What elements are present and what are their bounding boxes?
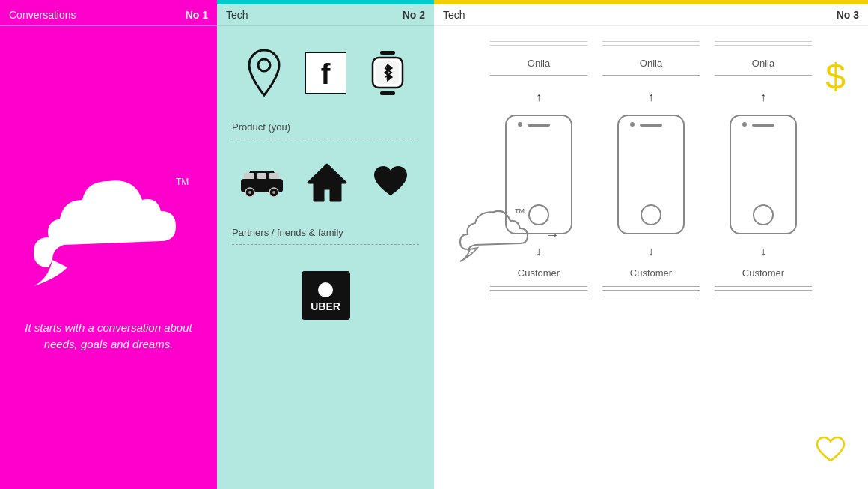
car-icon bbox=[239, 168, 284, 198]
svg-point-16 bbox=[248, 191, 251, 194]
col-3: Onlia ↑ ↓ Customer bbox=[715, 58, 812, 294]
svg-text:TM: TM bbox=[515, 207, 525, 215]
col-2: Onlia ↑ ↓ Customer bbox=[602, 58, 700, 294]
panel2-header: Tech No 2 bbox=[217, 4, 434, 26]
col3-phone bbox=[730, 115, 797, 234]
svg-text:TM: TM bbox=[176, 177, 189, 187]
smartwatch-icon bbox=[369, 49, 406, 97]
dollar-sign: $ bbox=[825, 56, 846, 97]
heart-yellow-icon bbox=[816, 437, 846, 467]
svg-rect-4 bbox=[380, 51, 395, 55]
panel2-middle-icons bbox=[217, 154, 434, 218]
panel1-header: Conversations No 1 bbox=[0, 4, 217, 26]
panel2-section-product: Product (you) bbox=[217, 112, 434, 154]
panel2-section-partners: Partners / friends & family bbox=[217, 218, 434, 260]
heart-icon bbox=[370, 164, 412, 201]
panel2-top-icons: f bbox=[217, 26, 434, 112]
panel-tech-2: Tech No 2 f bbox=[217, 4, 434, 489]
cloud-arrow-area: TM → bbox=[456, 204, 560, 264]
svg-text:f: f bbox=[320, 58, 330, 90]
speech-cloud-icon: TM bbox=[26, 163, 191, 297]
panel-conversations: Conversations No 1 TM It starts with a c… bbox=[0, 4, 217, 489]
svg-text:UBER: UBER bbox=[311, 300, 340, 312]
phone-camera-3 bbox=[742, 122, 747, 127]
panel2-title: Tech bbox=[226, 9, 248, 21]
phone-camera-2 bbox=[630, 122, 635, 127]
col2-arrow-up: ↑ bbox=[648, 91, 654, 104]
col3-arrow-down: ↓ bbox=[760, 245, 766, 258]
svg-rect-11 bbox=[244, 173, 254, 179]
svg-rect-13 bbox=[269, 173, 279, 179]
cloud-arrow-icon: TM bbox=[456, 204, 539, 264]
svg-rect-12 bbox=[257, 173, 266, 179]
col3-customer: Customer bbox=[742, 267, 784, 279]
col1-customer: Customer bbox=[518, 267, 560, 279]
panel1-title: Conversations bbox=[9, 9, 76, 21]
panel3-title: Tech bbox=[443, 9, 465, 21]
svg-point-17 bbox=[272, 191, 275, 194]
top-lines-group bbox=[456, 41, 846, 46]
col3-arrow-up: ↑ bbox=[760, 91, 766, 104]
panel3-number: No 3 bbox=[837, 9, 859, 21]
panel-tech-3: Tech No 3 $ Onlia ↑ bbox=[434, 4, 868, 489]
section-divider-2 bbox=[232, 244, 419, 245]
col2-label: Onlia bbox=[640, 58, 662, 69]
panel1-number: No 1 bbox=[186, 9, 208, 21]
col2-arrow-down: ↓ bbox=[648, 245, 654, 258]
location-pin-icon bbox=[245, 49, 283, 97]
phone-button-3 bbox=[753, 204, 774, 225]
phone-speaker-3 bbox=[752, 124, 774, 127]
panel1-body: TM It starts with a conversation about n… bbox=[0, 26, 217, 489]
uber-icon: UBER bbox=[302, 271, 350, 320]
col1-label: Onlia bbox=[528, 58, 550, 69]
col2-phone bbox=[617, 115, 685, 234]
section-label-partners: Partners / friends & family bbox=[232, 227, 419, 238]
col2-customer: Customer bbox=[630, 267, 672, 279]
panel1-body-text: It starts with a conversation about need… bbox=[15, 320, 202, 353]
facebook-icon: f bbox=[305, 52, 346, 94]
col1-arrow-up: ↑ bbox=[536, 91, 542, 104]
panel2-number: No 2 bbox=[403, 9, 425, 21]
panel3-body: $ Onlia ↑ ↓ bbox=[434, 26, 868, 489]
phone-speaker-2 bbox=[640, 124, 662, 127]
svg-rect-5 bbox=[380, 91, 395, 95]
phone-speaker-1 bbox=[528, 124, 550, 127]
svg-point-1 bbox=[258, 59, 270, 71]
content-area: Conversations No 1 TM It starts with a c… bbox=[0, 4, 868, 489]
col3-label: Onlia bbox=[752, 58, 774, 69]
right-arrow-icon: → bbox=[545, 226, 560, 243]
panel3-header: Tech No 3 bbox=[434, 4, 868, 26]
phone-camera-1 bbox=[518, 122, 522, 127]
section-label-product: Product (you) bbox=[232, 121, 419, 133]
phone-button-2 bbox=[641, 204, 661, 225]
panel2-bottom-icons: UBER bbox=[217, 260, 434, 331]
house-icon bbox=[307, 162, 348, 203]
section-divider-1 bbox=[232, 139, 419, 139]
svg-point-21 bbox=[318, 282, 333, 297]
